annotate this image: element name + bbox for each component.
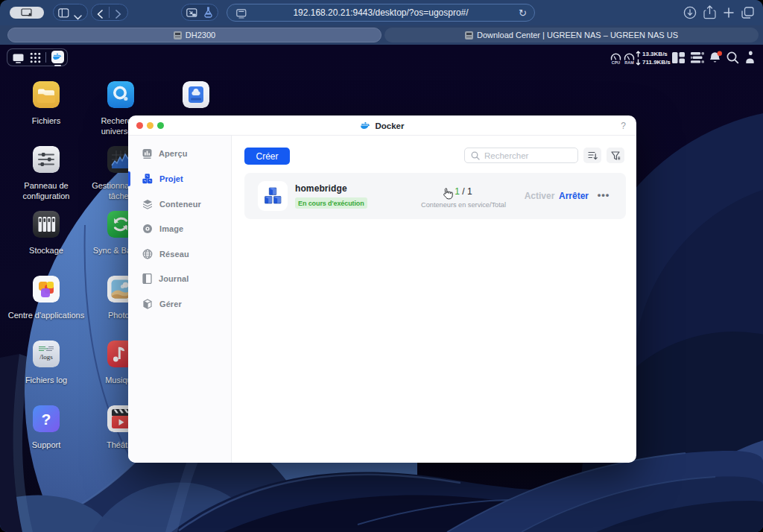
svg-text:/logs: /logs [39, 353, 53, 361]
svg-text:CPU: CPU [612, 60, 620, 65]
svg-text:RAM: RAM [624, 60, 634, 65]
svg-text:?: ? [42, 411, 51, 428]
